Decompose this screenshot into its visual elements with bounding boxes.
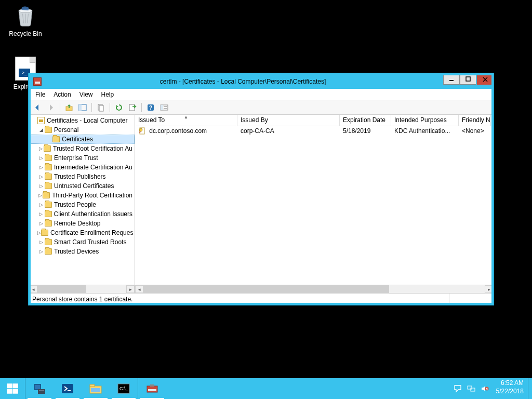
recycle-bin-label: Recycle Bin bbox=[6, 30, 45, 37]
tree-node-label: Third-Party Root Certification bbox=[52, 192, 132, 199]
menu-action[interactable]: Action bbox=[49, 90, 75, 99]
folder-icon bbox=[44, 145, 51, 152]
tree-node[interactable]: ▷Enterprise Trust bbox=[29, 153, 135, 163]
svg-rect-13 bbox=[164, 106, 167, 107]
menu-help[interactable]: Help bbox=[97, 90, 118, 99]
nav-forward-button[interactable] bbox=[45, 102, 57, 113]
scroll-left-button[interactable]: ◂ bbox=[29, 285, 37, 293]
tree-personal[interactable]: ◢ Personal bbox=[29, 125, 135, 135]
task-server-manager[interactable] bbox=[25, 378, 54, 399]
svg-rect-12 bbox=[161, 105, 163, 110]
svg-rect-8 bbox=[129, 104, 135, 111]
show-desktop-button[interactable] bbox=[528, 378, 532, 399]
chevron-right-icon[interactable]: ▷ bbox=[37, 174, 45, 179]
tree-node[interactable]: ▷Trusted Devices bbox=[29, 247, 135, 256]
tree-horizontal-scrollbar[interactable]: ◂ ▸ bbox=[29, 285, 135, 293]
tree-node[interactable]: ▷Third-Party Root Certification bbox=[29, 191, 135, 200]
scroll-right-button[interactable]: ▸ bbox=[126, 285, 135, 293]
menu-view[interactable]: View bbox=[75, 90, 97, 99]
tree-node[interactable]: ▷Trusted Publishers bbox=[29, 172, 135, 181]
tree-node[interactable]: ▷Client Authentication Issuers bbox=[29, 209, 135, 219]
chevron-right-icon[interactable]: ▷ bbox=[37, 193, 43, 198]
tree-pane: Certificates - Local Computer ◢ Personal… bbox=[29, 115, 135, 293]
chevron-right-icon[interactable]: ▷ bbox=[37, 240, 45, 245]
chevron-right-icon[interactable]: ▷ bbox=[37, 155, 45, 161]
svg-rect-33 bbox=[148, 389, 156, 391]
list-pane: Issued To▲ Issued By Expiration Date Int… bbox=[135, 115, 493, 293]
options-button[interactable] bbox=[158, 102, 170, 113]
up-level-button[interactable] bbox=[63, 102, 75, 113]
tree-root[interactable]: Certificates - Local Computer bbox=[29, 116, 135, 125]
file-explorer-icon bbox=[89, 382, 102, 395]
chevron-right-icon[interactable]: ▷ bbox=[37, 221, 45, 226]
export-button[interactable] bbox=[95, 102, 107, 113]
svg-rect-17 bbox=[7, 383, 12, 388]
volume-icon[interactable] bbox=[481, 384, 489, 393]
toolbar: ? bbox=[29, 100, 493, 115]
scroll-right-button[interactable]: ▸ bbox=[485, 285, 493, 293]
cell-issued-to: dc.corp.contoso.com bbox=[149, 127, 207, 135]
taskbar-clock[interactable]: 6:52 AM 5/22/2018 bbox=[492, 378, 528, 399]
cell-expiration: 5/18/2019 bbox=[340, 127, 391, 135]
mmc-icon bbox=[145, 382, 159, 395]
svg-rect-5 bbox=[79, 104, 82, 111]
cert-store-icon bbox=[37, 117, 45, 124]
column-friendly[interactable]: Friendly N bbox=[459, 115, 491, 126]
svg-rect-20 bbox=[12, 389, 18, 394]
chevron-down-icon[interactable]: ◢ bbox=[37, 127, 45, 132]
svg-rect-14 bbox=[164, 108, 167, 109]
scroll-left-button[interactable]: ◂ bbox=[135, 285, 143, 293]
task-powershell[interactable] bbox=[54, 378, 82, 399]
tree-node-label: Certificate Enrollment Reques bbox=[50, 229, 133, 236]
column-expiration[interactable]: Expiration Date bbox=[340, 115, 391, 126]
column-purposes[interactable]: Intended Purposes bbox=[391, 115, 459, 126]
network-icon[interactable] bbox=[467, 384, 475, 393]
column-issued-to[interactable]: Issued To▲ bbox=[135, 115, 237, 126]
tree-node[interactable]: ▷Smart Card Trusted Roots bbox=[29, 237, 135, 247]
maximize-button[interactable] bbox=[460, 74, 476, 85]
task-certlm[interactable] bbox=[138, 378, 166, 399]
column-issued-by[interactable]: Issued By bbox=[237, 115, 340, 126]
status-pane-2 bbox=[449, 294, 493, 304]
menu-file[interactable]: File bbox=[31, 90, 49, 99]
tree-node[interactable]: ▷Trusted People bbox=[29, 200, 135, 209]
svg-rect-29 bbox=[91, 388, 100, 392]
svg-rect-2 bbox=[466, 77, 470, 81]
scroll-thumb[interactable] bbox=[37, 285, 86, 293]
tree-node[interactable]: ▷Certificate Enrollment Reques bbox=[29, 228, 135, 237]
start-button[interactable] bbox=[0, 378, 25, 399]
tree-node[interactable]: ▷Untrusted Certificates bbox=[29, 181, 135, 191]
chevron-right-icon[interactable]: ▷ bbox=[37, 202, 45, 207]
minimize-button[interactable] bbox=[443, 74, 460, 85]
tree-certificates[interactable]: Certificates bbox=[29, 135, 135, 144]
task-file-explorer[interactable] bbox=[82, 378, 110, 399]
cell-purposes: KDC Authenticatio... bbox=[391, 127, 459, 135]
recycle-bin-icon[interactable]: Recycle Bin bbox=[6, 3, 45, 37]
chevron-right-icon[interactable]: ▷ bbox=[37, 249, 45, 254]
list-horizontal-scrollbar[interactable]: ◂ ▸ bbox=[135, 285, 493, 293]
close-button[interactable] bbox=[476, 74, 493, 85]
action-center-icon[interactable] bbox=[454, 384, 462, 393]
chevron-right-icon[interactable]: ▷ bbox=[37, 211, 45, 217]
help-button[interactable]: ? bbox=[144, 102, 157, 113]
scroll-thumb[interactable] bbox=[143, 285, 389, 293]
tree-node[interactable]: ▷Intermediate Certification Au bbox=[29, 163, 135, 172]
tree-node-label: Trusted Devices bbox=[54, 248, 99, 255]
export-list-button[interactable] bbox=[126, 102, 139, 113]
folder-icon bbox=[45, 220, 52, 227]
titlebar[interactable]: certlm - [Certificates - Local Computer\… bbox=[29, 74, 493, 89]
clock-time: 6:52 AM bbox=[496, 379, 524, 388]
chevron-right-icon[interactable]: ▷ bbox=[37, 230, 41, 235]
nav-back-button[interactable] bbox=[31, 102, 44, 113]
tree-node-label: Smart Card Trusted Roots bbox=[54, 238, 126, 246]
show-hide-tree-button[interactable] bbox=[76, 102, 89, 113]
tree-node[interactable]: ▷Trusted Root Certification Au bbox=[29, 144, 135, 153]
certificate-row[interactable]: dc.corp.contoso.com corp-CA-CA 5/18/2019… bbox=[135, 126, 493, 136]
chevron-right-icon[interactable]: ▷ bbox=[37, 183, 45, 189]
refresh-button[interactable] bbox=[113, 102, 125, 113]
chevron-right-icon[interactable]: ▷ bbox=[37, 165, 45, 170]
chevron-right-icon[interactable]: ▷ bbox=[37, 146, 44, 151]
tree-node[interactable]: ▷Remote Desktop bbox=[29, 219, 135, 228]
task-command-prompt[interactable]: C:\_ bbox=[110, 378, 138, 399]
folder-icon bbox=[41, 230, 48, 236]
